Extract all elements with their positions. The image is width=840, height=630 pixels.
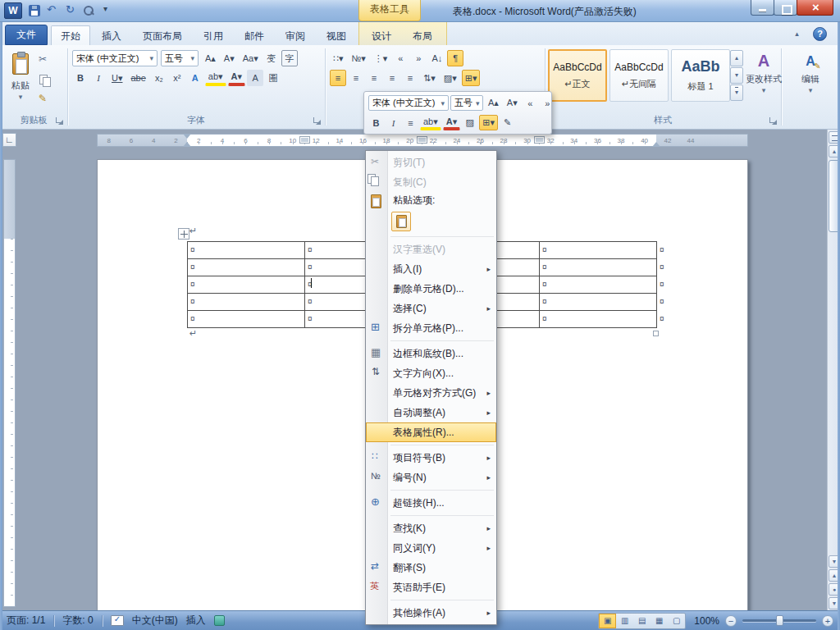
style-heading1[interactable]: AaBb 标题 1 xyxy=(671,49,730,102)
multilevel-list-button[interactable]: ⋮▾ xyxy=(371,50,391,66)
menu-item-borders-shading[interactable]: 边框和底纹(B)... xyxy=(366,344,496,363)
shrink-font-button[interactable]: A▾ xyxy=(221,50,238,66)
format-painter-button[interactable] xyxy=(38,90,62,107)
font-name-combo[interactable]: 宋体 (中文正文) xyxy=(368,95,449,111)
menu-item-synonyms[interactable]: 同义词(Y) xyxy=(366,538,496,558)
bullets-button[interactable]: ∷▾ xyxy=(330,50,347,66)
character-border-button[interactable]: 字 xyxy=(281,50,298,66)
change-styles-button[interactable]: 更改样式 xyxy=(745,50,783,95)
shading-button[interactable]: ▨ xyxy=(462,115,477,130)
superscript-button[interactable]: x² xyxy=(169,70,185,86)
tab-layout[interactable]: 布局 xyxy=(403,25,442,45)
word-app-icon[interactable] xyxy=(4,2,22,19)
zoom-slider-thumb[interactable] xyxy=(776,615,783,626)
help-icon[interactable] xyxy=(813,27,827,41)
menu-item-hyperlink[interactable]: 超链接(H)... xyxy=(366,493,496,513)
draft-view-button[interactable]: ▢ xyxy=(668,614,685,628)
table-resize-handle[interactable] xyxy=(653,331,659,336)
subscript-button[interactable]: x₂ xyxy=(151,70,167,86)
tab-view[interactable]: 视图 xyxy=(317,25,356,45)
menu-item-split-cells[interactable]: 拆分单元格(P)... xyxy=(366,318,496,338)
font-size-combo[interactable]: 五号 xyxy=(450,95,483,111)
show-marks-button[interactable]: ¶ xyxy=(447,50,463,66)
paste-button[interactable]: 粘贴 xyxy=(7,49,34,112)
editing-button[interactable]: 编辑 xyxy=(789,52,832,95)
underline-button[interactable]: U▾ xyxy=(108,70,126,86)
character-shading-button[interactable]: A xyxy=(247,70,263,86)
borders-button[interactable]: ⊞▾ xyxy=(462,70,481,86)
styles-scroll-down-button[interactable] xyxy=(730,67,743,84)
undo-button[interactable] xyxy=(44,2,61,19)
tab-design[interactable]: 设计 xyxy=(362,25,401,45)
center-button[interactable]: ≡ xyxy=(403,115,418,130)
font-name-combo[interactable]: 宋体 (中文正文) xyxy=(72,50,158,66)
hanging-indent-marker[interactable] xyxy=(183,138,191,147)
menu-item-numbering[interactable]: 编号(N) xyxy=(366,468,496,487)
grow-font-button[interactable]: A▴ xyxy=(485,95,502,111)
menu-item-cell-alignment[interactable]: 单元格对齐方式(G) xyxy=(366,383,496,403)
format-painter-button[interactable]: ✎ xyxy=(500,115,515,130)
close-button[interactable] xyxy=(797,0,833,16)
change-case-button[interactable]: Aa▾ xyxy=(240,50,262,66)
copy-button[interactable] xyxy=(38,71,62,88)
spell-check-icon[interactable] xyxy=(111,615,124,626)
table-cell[interactable]: ¤ xyxy=(188,311,305,328)
table-cell[interactable]: ¤ xyxy=(540,311,657,328)
full-screen-reading-button[interactable]: ▥ xyxy=(616,614,633,628)
insert-mode-indicator[interactable]: 插入 xyxy=(186,614,206,628)
horizontal-ruler[interactable]: 8642 24681012141618202224262830323436384… xyxy=(18,133,827,148)
page-indicator[interactable]: 页面: 1/1 xyxy=(7,614,45,628)
text-effects-button[interactable]: A xyxy=(187,70,203,86)
tab-references[interactable]: 引用 xyxy=(194,25,233,45)
align-center-button[interactable]: ≡ xyxy=(348,70,364,86)
decrease-indent-button[interactable]: « xyxy=(392,50,409,66)
grow-font-button[interactable]: A▴ xyxy=(202,50,219,66)
web-layout-button[interactable]: ▤ xyxy=(633,614,651,628)
cut-button[interactable] xyxy=(38,51,62,68)
font-color-button[interactable]: A▾ xyxy=(228,70,245,86)
zoom-slider[interactable] xyxy=(742,619,816,622)
table-cell[interactable]: ¤ xyxy=(188,259,305,276)
file-tab[interactable]: 文件 xyxy=(5,25,48,45)
align-left-button[interactable]: ≡ xyxy=(330,70,346,86)
borders-button[interactable]: ⊞▾ xyxy=(479,115,498,130)
table-cell[interactable]: ¤ xyxy=(540,259,657,276)
word-count[interactable]: 字数: 0 xyxy=(62,614,93,628)
decrease-indent-button[interactable]: « xyxy=(523,95,538,111)
increase-indent-button[interactable]: » xyxy=(540,95,555,111)
menu-item-autofit[interactable]: 自动调整(A) xyxy=(366,403,496,422)
save-button[interactable] xyxy=(26,2,43,19)
macro-record-icon[interactable] xyxy=(214,615,225,626)
font-size-combo[interactable]: 五号 xyxy=(161,50,199,66)
tab-mailings[interactable]: 邮件 xyxy=(235,25,274,45)
shading-button[interactable]: ▨▾ xyxy=(441,70,460,86)
distribute-button[interactable]: ≡ xyxy=(402,70,418,86)
highlight-button[interactable]: ab▾ xyxy=(420,115,441,130)
minimize-button[interactable] xyxy=(751,0,774,16)
table-column-marker[interactable] xyxy=(417,136,427,144)
styles-dialog-launcher[interactable] xyxy=(768,116,778,126)
highlight-button[interactable]: ab▾ xyxy=(205,70,226,86)
minimize-ribbon-icon[interactable] xyxy=(790,28,804,41)
numbering-button[interactable]: №▾ xyxy=(349,50,369,66)
table-move-handle[interactable] xyxy=(178,228,189,240)
vertical-ruler[interactable] xyxy=(2,150,16,610)
menu-item-english-assistant[interactable]: 英语助手(E) xyxy=(366,578,496,597)
phonetic-guide-button[interactable]: 变 xyxy=(263,50,280,66)
increase-indent-button[interactable]: » xyxy=(410,50,427,66)
menu-item-look-up[interactable]: 查找(K) xyxy=(366,518,496,538)
align-right-button[interactable]: ≡ xyxy=(366,70,382,86)
justify-button[interactable]: ≡ xyxy=(384,70,400,86)
print-preview-button[interactable] xyxy=(80,2,97,19)
font-dialog-launcher[interactable] xyxy=(312,116,322,126)
font-color-button[interactable]: A▾ xyxy=(443,115,460,130)
menu-item-select[interactable]: 选择(C) xyxy=(366,299,496,318)
repeat-button[interactable] xyxy=(62,2,79,19)
bold-button[interactable]: B xyxy=(72,70,89,86)
maximize-button[interactable] xyxy=(774,0,797,16)
outline-view-button[interactable]: ▦ xyxy=(651,614,668,628)
table-cell[interactable]: ¤ xyxy=(540,276,657,294)
styles-gallery-expand-button[interactable] xyxy=(730,84,743,101)
menu-item-translate[interactable]: 翻译(S) xyxy=(366,558,496,578)
styles-scroll-up-button[interactable] xyxy=(730,50,743,66)
